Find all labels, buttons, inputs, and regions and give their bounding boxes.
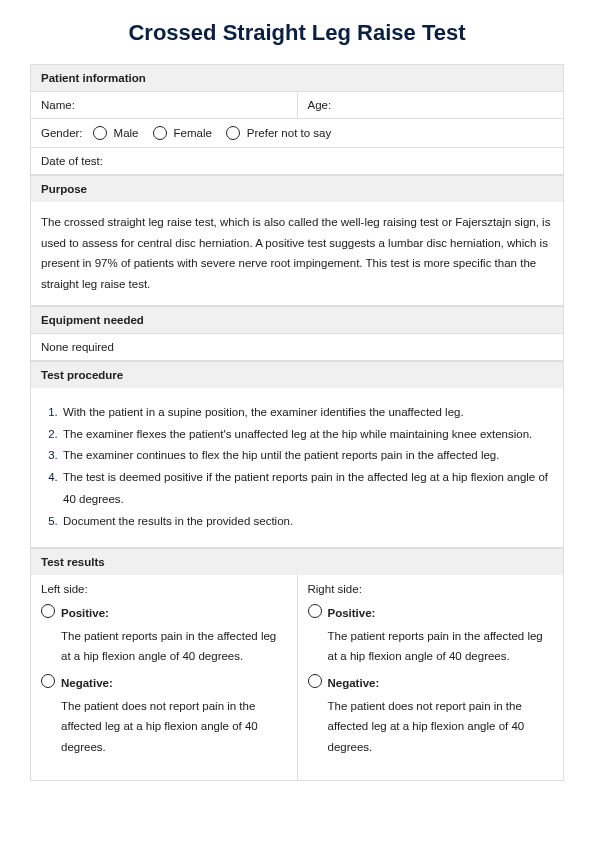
results-header: Test results [30,548,564,575]
gender-option-female: Female [174,127,212,139]
date-field[interactable]: Date of test: [31,148,563,174]
step-2: The examiner flexes the patient's unaffe… [61,424,553,446]
radio-male[interactable] [93,126,107,140]
procedure-header: Test procedure [30,361,564,388]
radio-right-negative[interactable] [308,674,322,688]
radio-left-positive[interactable] [41,604,55,618]
right-negative-desc: The patient does not report pain in the … [328,696,554,758]
procedure-steps: With the patient in a supine position, t… [30,388,564,548]
gender-label: Gender: [41,127,83,139]
results-container: Left side: Positive: The patient reports… [30,575,564,781]
purpose-text: The crossed straight leg raise test, whi… [30,202,564,306]
step-1: With the patient in a supine position, t… [61,402,553,424]
equipment-header: Equipment needed [30,306,564,333]
left-positive-desc: The patient reports pain in the affected… [61,626,287,667]
results-left: Left side: Positive: The patient reports… [31,575,298,780]
left-negative-desc: The patient does not report pain in the … [61,696,287,758]
radio-female[interactable] [153,126,167,140]
page-title: Crossed Straight Leg Raise Test [30,20,564,46]
step-5: Document the results in the provided sec… [61,511,553,533]
radio-left-negative[interactable] [41,674,55,688]
results-right: Right side: Positive: The patient report… [298,575,564,780]
step-3: The examiner continues to flex the hip u… [61,445,553,467]
left-positive-label: Positive: [61,607,109,619]
age-field[interactable]: Age: [298,92,564,118]
step-4: The test is deemed positive if the patie… [61,467,553,511]
right-positive-label: Positive: [328,607,376,619]
right-positive-desc: The patient reports pain in the affected… [328,626,554,667]
equipment-text: None required [31,334,563,360]
purpose-header: Purpose [30,175,564,202]
radio-right-positive[interactable] [308,604,322,618]
radio-na[interactable] [226,126,240,140]
right-negative-label: Negative: [328,677,380,689]
right-side-label: Right side: [308,583,554,595]
gender-row: Gender: Male Female Prefer not to say [30,119,564,148]
left-negative-label: Negative: [61,677,113,689]
gender-option-na: Prefer not to say [247,127,331,139]
name-field[interactable]: Name: [31,92,298,118]
patient-info-header: Patient information [30,64,564,91]
gender-option-male: Male [114,127,139,139]
left-side-label: Left side: [41,583,287,595]
